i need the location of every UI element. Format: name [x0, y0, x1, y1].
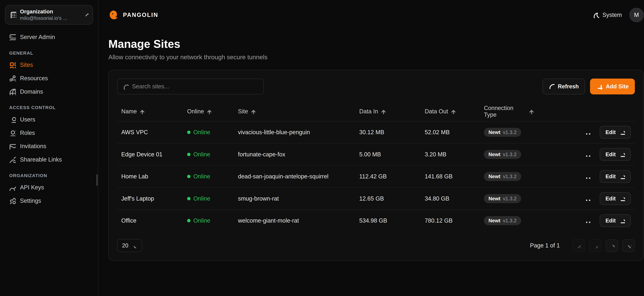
sidebar-item-server-admin[interactable]: Server Admin	[5, 31, 93, 44]
row-menu-button[interactable]	[583, 150, 593, 160]
row-menu-button[interactable]	[583, 127, 593, 137]
sidebar-section-general: GENERAL	[9, 50, 89, 56]
column-header-data-out[interactable]: Data Out	[425, 108, 484, 115]
table-header-row: Name Online Site Data In Data Out Connec…	[117, 102, 635, 121]
avatar-initial: M	[634, 12, 639, 18]
sidebar-item-label: Resources	[20, 75, 48, 82]
page-info: Page 1 of 1	[530, 242, 560, 249]
connection-type-cell: Newtv1.3.2	[484, 172, 534, 181]
grid-icon	[9, 62, 16, 68]
theme-toggle-button[interactable]: System	[593, 12, 622, 18]
gear-icon	[9, 198, 16, 204]
page-head: Manage Sites Allow connectivity to your …	[98, 30, 644, 61]
refresh-button[interactable]: Refresh	[542, 78, 585, 94]
edit-label: Edit	[606, 174, 616, 180]
data-in-value: 30.12 MB	[359, 129, 425, 136]
row-menu-button[interactable]	[583, 216, 593, 226]
page-subtitle: Allow connectivity to your network throu…	[108, 54, 644, 61]
online-dot-icon	[187, 153, 190, 156]
sort-icon	[450, 109, 456, 114]
page-size-select[interactable]: 20	[117, 239, 142, 252]
org-selector-title: Organization	[20, 8, 79, 15]
connection-type-badge: Newtv1.3.2	[484, 216, 521, 225]
data-in-value: 12.65 GB	[359, 195, 425, 202]
column-header-name[interactable]: Name	[121, 108, 187, 115]
column-label: Connection Type	[484, 105, 526, 118]
edit-button[interactable]: Edit	[600, 214, 631, 227]
column-header-connection-type[interactable]: Connection Type	[484, 105, 534, 118]
avatar[interactable]: M	[630, 8, 644, 22]
site-name: Office	[121, 217, 187, 224]
theme-toggle-label: System	[602, 12, 622, 18]
topbar: PANGOLIN System M	[98, 0, 644, 30]
column-header-site[interactable]: Site	[238, 108, 359, 115]
online-dot-icon	[187, 175, 190, 178]
pagination: Page 1 of 1	[530, 239, 635, 252]
key-icon	[9, 184, 16, 191]
edit-button[interactable]: Edit	[600, 192, 631, 205]
edit-label: Edit	[606, 151, 616, 158]
sidebar-scrollbar[interactable]	[96, 174, 98, 186]
add-site-button[interactable]: Add Site	[590, 78, 635, 94]
connection-type-badge: Newtv1.3.2	[484, 150, 521, 159]
last-page-button[interactable]	[622, 239, 635, 252]
sidebar-item-label: Invitations	[20, 143, 46, 150]
row-menu-button[interactable]	[583, 194, 593, 204]
building-icon	[10, 12, 16, 18]
search-icon	[122, 83, 129, 90]
moon-icon	[593, 12, 599, 18]
client-version: v1.3.2	[503, 196, 516, 202]
edit-button[interactable]: Edit	[600, 170, 631, 183]
sidebar-item-roles[interactable]: Roles	[5, 126, 93, 139]
actions-cell: Edit	[534, 170, 631, 183]
search-input[interactable]	[132, 83, 258, 90]
online-dot-icon	[187, 130, 190, 134]
column-header-data-in[interactable]: Data In	[359, 108, 425, 115]
sidebar-section-access-control: ACCESS CONTROL	[9, 105, 89, 110]
first-page-button[interactable]	[572, 239, 585, 252]
next-page-button[interactable]	[606, 239, 618, 252]
actions-cell: Edit	[534, 126, 631, 138]
org-selector-texts: Organization milo@fossorial.io's ...	[20, 8, 79, 21]
brand: PANGOLIN	[108, 10, 158, 20]
online-dot-icon	[187, 197, 190, 200]
waypoints-icon	[9, 75, 16, 82]
edit-button[interactable]: Edit	[600, 126, 631, 138]
link-icon	[9, 156, 16, 163]
page-size-value: 20	[122, 242, 128, 249]
table-row: Jeff's Laptop Online smug-brown-rat 12.6…	[117, 187, 635, 210]
actions-cell: Edit	[534, 148, 631, 161]
status-cell: Online	[187, 217, 238, 224]
arrow-right-icon	[619, 196, 625, 202]
status-text: Online	[193, 217, 210, 224]
sidebar-item-resources[interactable]: Resources	[5, 72, 93, 84]
sidebar-item-shareable-links[interactable]: Shareable Links	[5, 153, 93, 166]
sidebar-item-invitations[interactable]: Invitations	[5, 140, 93, 152]
arrow-right-icon	[619, 129, 625, 135]
topbar-right: System M	[593, 8, 644, 22]
client-version: v1.3.2	[503, 174, 516, 179]
chevrons-left-icon	[576, 243, 581, 248]
chevron-left-icon	[592, 243, 598, 248]
mail-icon	[9, 143, 16, 150]
chevron-right-icon	[609, 243, 615, 248]
status-text: Online	[193, 173, 210, 180]
edit-label: Edit	[606, 196, 616, 202]
client-version: v1.3.2	[503, 130, 516, 135]
status-text: Online	[193, 195, 210, 202]
edit-label: Edit	[606, 218, 616, 224]
edit-label: Edit	[606, 129, 616, 136]
sidebar-item-sites[interactable]: Sites	[5, 59, 93, 71]
row-menu-button[interactable]	[583, 172, 593, 182]
ellipsis-icon	[584, 195, 591, 202]
previous-page-button[interactable]	[589, 239, 602, 252]
column-label: Site	[238, 108, 248, 115]
sidebar-item-settings[interactable]: Settings	[5, 194, 93, 207]
edit-button[interactable]: Edit	[600, 148, 631, 161]
org-selector[interactable]: Organization milo@fossorial.io's ...	[5, 5, 93, 24]
sidebar-item-domains[interactable]: Domains	[5, 86, 93, 98]
column-header-online[interactable]: Online	[187, 108, 238, 115]
sidebar-item-api-keys[interactable]: API Keys	[5, 181, 93, 194]
sidebar-item-users[interactable]: Users	[5, 113, 93, 126]
table-row: Home Lab Online dead-san-joaquin-antelop…	[117, 165, 635, 188]
